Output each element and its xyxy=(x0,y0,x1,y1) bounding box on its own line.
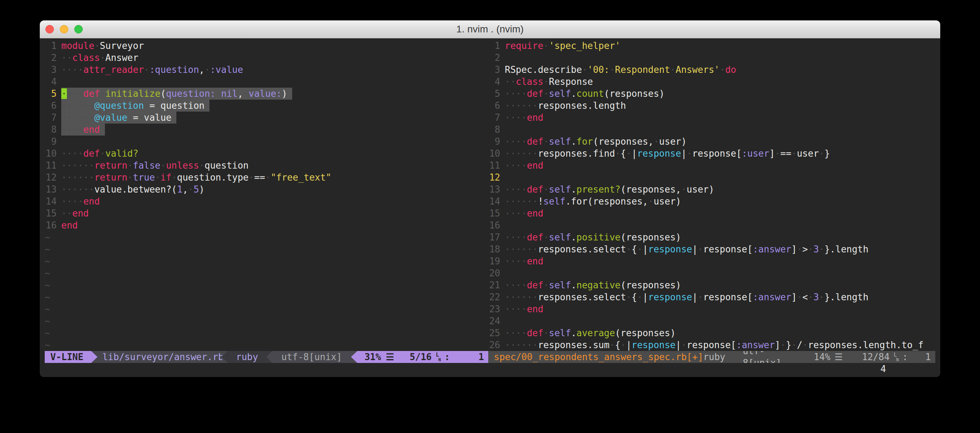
code-token: (responses) xyxy=(615,328,676,338)
code-token: return xyxy=(94,172,127,183)
code-token: } xyxy=(824,148,830,159)
code-token: · xyxy=(544,136,549,147)
code-token: value xyxy=(144,112,172,123)
window-titlebar[interactable]: 1. nvim . (nvim) xyxy=(40,21,940,38)
code-token: question xyxy=(205,160,248,171)
code-token: end xyxy=(527,112,544,123)
line-number-icon: L N xyxy=(436,352,441,362)
code-token: . xyxy=(571,280,577,290)
code-token: 5 xyxy=(194,184,199,195)
code-text: ····end xyxy=(505,111,544,124)
code-token: ······ xyxy=(505,100,538,111)
line-number: 6 xyxy=(488,100,500,111)
code-token: · xyxy=(654,136,659,147)
minimize-button[interactable] xyxy=(60,25,68,33)
code-token: | xyxy=(632,148,637,159)
line-number: 2 xyxy=(45,52,57,64)
code-token: < xyxy=(802,292,808,302)
line-number: 15 xyxy=(45,207,57,219)
filler-line: ~ xyxy=(45,315,488,327)
cursor-block: · xyxy=(61,88,67,99)
code-token: ·· xyxy=(61,53,72,63)
code-token: 3 xyxy=(813,292,819,302)
line-number: 4 xyxy=(488,76,500,88)
zoom-button[interactable] xyxy=(74,25,83,33)
code-token: ···· xyxy=(505,160,527,171)
code-token: ···· xyxy=(61,64,83,75)
code-text: ····end xyxy=(61,195,100,207)
code-token: · xyxy=(670,64,676,75)
code-text: ··class·Answer xyxy=(61,52,138,64)
pane-left-code[interactable]: 1module·Surveyor2··class·Answer3····attr… xyxy=(45,40,488,351)
code-token: 'spec_helper' xyxy=(549,40,620,51)
code-token: · xyxy=(544,184,549,195)
code-line: 11······return·false·unless·question xyxy=(45,159,488,172)
line-number: 5 xyxy=(45,88,57,100)
code-token: ···· xyxy=(61,148,83,159)
code-token: ······ xyxy=(505,196,538,207)
code-token: · xyxy=(544,40,549,51)
code-line: 2··class·Answer xyxy=(45,52,488,64)
code-token: '00: xyxy=(587,64,610,75)
line-number: 8 xyxy=(45,124,57,135)
code-token: :answer xyxy=(752,244,791,255)
code-line: 26······responses.sum·{·|response|·respo… xyxy=(488,339,935,351)
terminal-content: 1module·Surveyor2··class·Answer3····attr… xyxy=(40,38,940,377)
code-line: 4··class·Response xyxy=(488,76,935,88)
code-token: · xyxy=(544,280,549,290)
code-token: · xyxy=(808,292,813,302)
code-token: class xyxy=(516,76,543,87)
line-number: 1 xyxy=(488,40,500,52)
close-button[interactable] xyxy=(45,25,54,33)
vim-mode-indicator: V-LINE xyxy=(45,351,91,363)
line-number: 11 xyxy=(45,159,57,172)
scroll-percent: 31% xyxy=(364,351,381,363)
code-token: ] xyxy=(791,244,797,255)
code-line: 10······responses.find·{·|response|·resp… xyxy=(488,148,935,159)
line-number: 17 xyxy=(488,231,500,243)
line-number: 14 xyxy=(45,195,57,207)
code-token: · xyxy=(544,328,549,338)
command-line[interactable]: 4 xyxy=(45,363,935,375)
code-token: response[ xyxy=(703,244,753,255)
code-token: def xyxy=(527,136,544,147)
code-text: ······return·true·if·question.type·==·"f… xyxy=(61,172,331,183)
code-token: nil xyxy=(221,88,238,99)
code-token: responses.length.to_f xyxy=(808,340,924,350)
filetype-label: ruby xyxy=(703,351,725,363)
line-number: 21 xyxy=(488,279,500,291)
code-token: · xyxy=(698,244,703,255)
code-token: question.type xyxy=(177,172,249,183)
code-token: · xyxy=(819,292,824,302)
code-token: · xyxy=(791,148,797,159)
code-token: Surveyor xyxy=(100,40,144,51)
code-line: 15····end xyxy=(488,207,935,219)
code-token: · xyxy=(620,340,626,350)
code-token: self xyxy=(549,232,571,242)
line-number: 12 xyxy=(488,172,500,183)
code-line: 19····end xyxy=(488,255,935,267)
pane-right-code[interactable]: 1require·'spec_helper'23RSpec.describe·'… xyxy=(488,40,935,351)
filler-line: ~ xyxy=(45,255,488,267)
code-line: 8 xyxy=(488,124,935,135)
code-token: Response xyxy=(549,76,593,87)
code-line: 22······responses.select·{·|response|·re… xyxy=(488,291,935,303)
code-line: 9 xyxy=(45,135,488,148)
tilde-marker: ~ xyxy=(45,315,50,327)
cursor-column: 1 xyxy=(926,351,931,363)
code-text: ····def·valid? xyxy=(61,148,138,159)
code-token: question xyxy=(161,100,205,111)
active-filename: lib/surveyor/answer.rb xyxy=(97,351,222,363)
code-line: 1module·Surveyor xyxy=(45,40,488,52)
code-token: .for(responses, xyxy=(565,196,648,207)
line-number: 23 xyxy=(488,303,500,315)
code-text: end xyxy=(61,219,78,231)
code-line: 12 xyxy=(488,172,935,183)
code-token: def xyxy=(83,88,100,99)
code-text: ····def·self.count(responses) xyxy=(505,88,665,100)
window-title: 1. nvim . (nvim) xyxy=(456,24,523,35)
code-token: / xyxy=(797,340,803,350)
code-token: · xyxy=(780,340,786,350)
code-token: ···· xyxy=(505,208,527,219)
code-token: end xyxy=(83,196,100,207)
